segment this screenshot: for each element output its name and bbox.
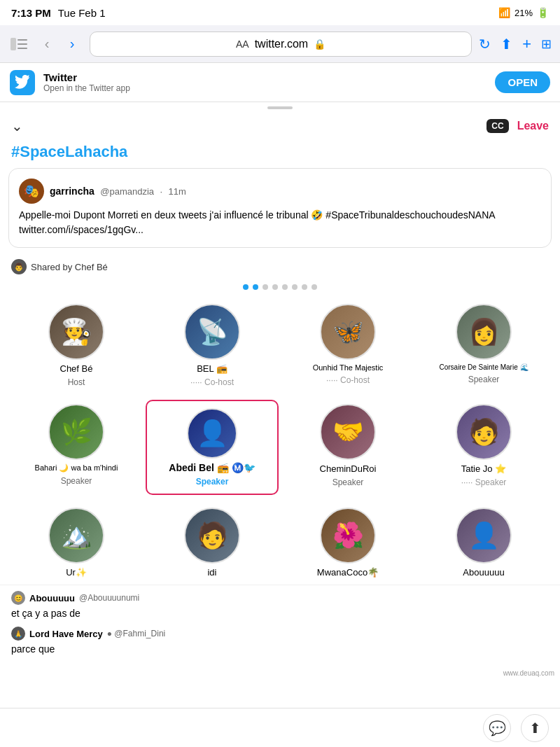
- add-tab-button[interactable]: +: [522, 35, 531, 53]
- speaker-corsaire[interactable]: 👩 Corsaire De Sainte Marie 🌊 Speaker: [416, 297, 552, 394]
- forward-button[interactable]: ›: [62, 34, 83, 55]
- chat-name-2: Lord Have Mercy: [29, 629, 103, 639]
- speaker-name-corsaire: Corsaire De Sainte Marie 🌊: [439, 363, 528, 371]
- back-button[interactable]: ‹: [36, 34, 57, 55]
- speaker-avatar-corsaire: 👩: [456, 304, 512, 360]
- speaker-bahari[interactable]: 🌿 Bahari 🌙 wa ba m'hindi Speaker: [8, 397, 144, 498]
- share-icon: ⬆: [529, 720, 541, 736]
- speakers-row-1: 🧑‍🍳 Chef Bé Host 📡 BEL 📻 ····· Co-host 🦋…: [0, 297, 560, 394]
- leave-button[interactable]: Leave: [517, 120, 549, 132]
- tweet-card[interactable]: 🎭 garrincha @pamandzia · 11m Appelle-moi…: [8, 168, 552, 248]
- speaker-name-idi: idi: [207, 567, 216, 578]
- speaker-name-mwana: MwanaCoco🌴: [317, 567, 379, 578]
- speaker-name-chemin: CheminDuRoi: [320, 463, 377, 474]
- space-header: ⌄ CC Leave: [0, 113, 560, 140]
- shared-by-label: Shared by Chef Bé: [31, 262, 108, 272]
- speaker-role-tatie-jo: ····· Speaker: [461, 477, 507, 487]
- dot-1: [253, 284, 258, 290]
- space-title-container: #SpaceLahacha: [0, 140, 560, 168]
- speaker-tatie-jo[interactable]: 🧑 Tatie Jo ⭐ ····· Speaker: [416, 397, 552, 498]
- chat-name-1: Abouuuuu: [29, 593, 75, 603]
- share-button-bottom[interactable]: ⬆: [521, 714, 549, 742]
- dot-7: [312, 284, 317, 290]
- bottom-bar: 💬 ⬆: [0, 708, 560, 747]
- browser-nav: ‹ ›: [36, 34, 83, 55]
- pagination-dots: [0, 277, 560, 297]
- status-date: Tue Feb 1: [58, 7, 106, 19]
- app-subtitle: Open in the Twitter app: [43, 83, 486, 93]
- speaker-name-ur: Ur✨: [66, 567, 87, 578]
- share-button[interactable]: ⬆: [500, 36, 512, 53]
- speaker-chemin[interactable]: 🤝 CheminDuRoi Speaker: [280, 397, 416, 498]
- chat-author-1: 😊 Abouuuuu @Abouuuunumi: [11, 591, 549, 605]
- speaker-avatar-idi: 🧑: [184, 508, 240, 564]
- speaker-name-bahari: Bahari 🌙 wa ba m'hindi: [35, 463, 118, 473]
- speaker-name-chef-be: Chef Bé: [60, 363, 93, 374]
- tweet-author: 🎭 garrincha @pamandzia · 11m: [19, 179, 541, 204]
- speaker-role-chef-be: Host: [68, 377, 85, 387]
- status-bar: 7:13 PM Tue Feb 1 📶 21% 🔋: [0, 0, 560, 25]
- speaker-mwana[interactable]: 🌺 MwanaCoco🌴: [280, 501, 416, 585]
- url-text: twitter.com: [255, 38, 308, 50]
- tweet-separator: ·: [160, 186, 163, 197]
- speaker-name-bel: BEL 📻: [197, 363, 227, 374]
- address-bar[interactable]: AA twitter.com 🔒: [90, 32, 472, 57]
- dot-5: [292, 284, 298, 290]
- speaker-abedi-bel-card: 👤 Abedi Bel 📻 Ⓜ️🐦 Speaker: [146, 400, 279, 495]
- tweet-author-info: garrincha @pamandzia · 11m: [50, 185, 186, 197]
- wifi-icon: 📶: [498, 7, 510, 18]
- chat-message-1: 😊 Abouuuuu @Abouuuunumi et ça y a pas de: [11, 591, 549, 621]
- space-header-right: CC Leave: [486, 119, 549, 133]
- speaker-abouuuuu[interactable]: 👤 Abouuuuu: [416, 501, 552, 585]
- lock-icon: 🔒: [314, 39, 326, 50]
- space-title: #SpaceLahacha: [11, 143, 127, 160]
- dot-3: [272, 284, 278, 290]
- speaker-ur[interactable]: 🏔️ Ur✨: [8, 501, 144, 585]
- app-banner: Twitter Open in the Twitter app OPEN: [0, 63, 560, 102]
- tweet-author-handle: @pamandzia: [100, 186, 154, 197]
- speaker-role-chemin: Speaker: [332, 477, 364, 487]
- chevron-down-icon[interactable]: ⌄: [11, 118, 23, 134]
- app-banner-info: Twitter Open in the Twitter app: [43, 71, 486, 93]
- svg-rect-2: [18, 43, 27, 45]
- speaker-avatar-abedi: 👤: [187, 408, 237, 459]
- speaker-ounhid[interactable]: 🦋 Ounhid The Majestic ····· Co-host: [280, 297, 416, 394]
- chat-text-2: parce que: [11, 642, 549, 657]
- open-app-button[interactable]: OPEN: [495, 71, 550, 93]
- speaker-idi[interactable]: 🧑 idi: [144, 501, 280, 585]
- chat-handle-1: @Abouuuunumi: [79, 593, 139, 603]
- chat-avatar-2: 🙏: [11, 627, 25, 641]
- speaker-avatar-mwana: 🌺: [320, 508, 376, 564]
- sidebar-button[interactable]: [8, 34, 29, 55]
- status-time: 7:13 PM: [11, 7, 51, 19]
- tweet-author-name: garrincha: [50, 186, 94, 197]
- shared-avatar: 👨: [11, 259, 27, 274]
- speaker-bel[interactable]: 📡 BEL 📻 ····· Co-host: [144, 297, 280, 394]
- browser-actions: ↻ ⬆ + ⊞: [479, 35, 552, 53]
- chat-handle-2: ● @Fahmi_Dini: [107, 629, 165, 638]
- tabs-button[interactable]: ⊞: [541, 36, 552, 52]
- reload-button[interactable]: ↻: [479, 36, 491, 53]
- status-icons: 📶 21% 🔋: [498, 7, 549, 18]
- speaker-avatar-abouuuuu: 👤: [456, 508, 512, 564]
- shared-by: 👨 Shared by Chef Bé: [0, 255, 560, 277]
- speaker-abedi-bel-container[interactable]: 👤 Abedi Bel 📻 Ⓜ️🐦 Speaker: [144, 397, 280, 498]
- chat-button[interactable]: 💬: [483, 714, 511, 742]
- speaker-avatar-bel: 📡: [184, 304, 240, 360]
- speaker-role-bel: ····· Co-host: [190, 377, 234, 387]
- speaker-role-ounhid: ····· Co-host: [326, 375, 370, 385]
- cc-button[interactable]: CC: [486, 119, 508, 133]
- speaker-name-abedi: Abedi Bel 📻 Ⓜ️🐦: [169, 462, 255, 473]
- speakers-row-3: 🏔️ Ur✨ 🧑 idi 🌺 MwanaCoco🌴 👤 Abouuuuu: [0, 501, 560, 585]
- speaker-chef-be[interactable]: 🧑‍🍳 Chef Bé Host: [8, 297, 144, 394]
- speaker-name-tatie-jo: Tatie Jo ⭐: [461, 463, 506, 474]
- speaker-name-abouuuuu: Abouuuuu: [463, 567, 504, 578]
- svg-rect-1: [18, 39, 27, 41]
- chat-icon: 💬: [489, 720, 506, 736]
- tweet-time: 11m: [169, 186, 186, 197]
- speaker-avatar-ur: 🏔️: [48, 508, 104, 564]
- chat-avatar-1: 😊: [11, 591, 25, 605]
- tweet-text: Appelle-moi Dupont Morreti en deux tweet…: [19, 208, 541, 237]
- svg-rect-0: [10, 38, 16, 50]
- browser-chrome: ‹ › AA twitter.com 🔒 ↻ ⬆ + ⊞: [0, 25, 560, 63]
